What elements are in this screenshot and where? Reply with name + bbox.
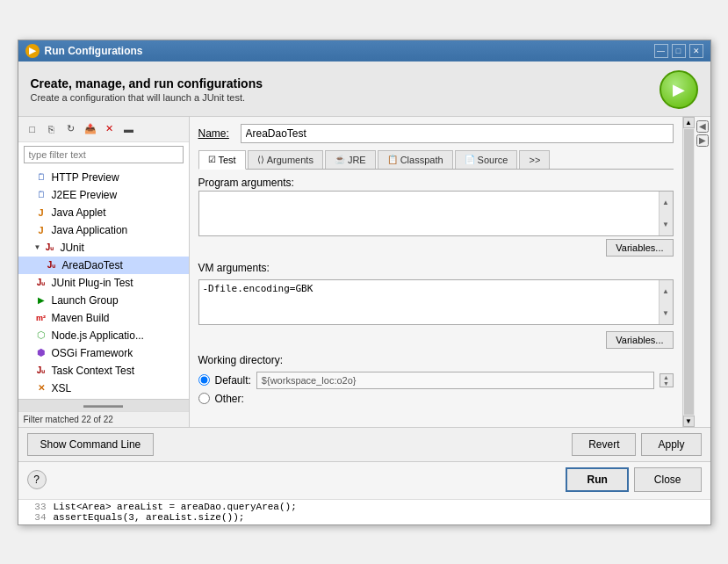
scroll-up-button[interactable]: ▲ (683, 117, 695, 128)
window-title: Run Configurations (45, 45, 143, 57)
jre-tab-icon: ☕ (335, 155, 345, 164)
task-context-icon: Jᵤ (34, 364, 48, 378)
nav-forward-button[interactable]: ▶ (696, 134, 709, 147)
vm-args-variables-button[interactable]: Variables... (606, 331, 673, 349)
sidebar-item-label: Launch Group (52, 294, 119, 307)
right-panel-scrollbar[interactable]: ▲ ▼ (682, 117, 695, 427)
nav-back-button[interactable]: ◀ (696, 120, 709, 133)
sidebar-item-label: JUnit Plug-in Test (52, 277, 133, 289)
vm-args-wrapper: -Dfile.encoding=GBK ▲ ▼ (198, 279, 674, 325)
duplicate-button[interactable]: ⎘ (43, 120, 61, 138)
main-content: □ ⎘ ↻ 📤 ✕ ▬ 🗒 HTTP Preview 🗒 J2EE Previe… (18, 117, 710, 427)
tab-more-label: >> (529, 155, 540, 165)
close-dialog-button[interactable]: Close (634, 467, 702, 492)
sidebar-item-j2ee-preview[interactable]: 🗒 J2EE Preview (18, 186, 189, 204)
areadaotest-icon: Jᵤ (45, 258, 59, 272)
program-args-scroll: ▲ ▼ (659, 192, 673, 235)
tab-classpath[interactable]: 📋 Classpath (378, 150, 453, 169)
program-args-label: Program arguments: (198, 177, 674, 189)
other-radio[interactable] (198, 393, 210, 404)
window-icon: ▶ (25, 44, 40, 58)
expand-icon: ▼ (34, 243, 41, 251)
sidebar-scrollbar[interactable]: ▬▬▬▬▬ (18, 399, 189, 411)
default-radio-label: Default: (215, 374, 251, 387)
junit-icon: Jᵤ (42, 241, 56, 255)
sidebar-item-launch-group[interactable]: ▶ Launch Group (18, 292, 189, 309)
delete-button[interactable]: ✕ (101, 120, 119, 138)
vm-args-input[interactable]: -Dfile.encoding=GBK (199, 280, 659, 324)
sidebar-item-junit-plugin[interactable]: Jᵤ JUnit Plug-in Test (18, 274, 189, 292)
sidebar-item-http-preview[interactable]: 🗒 HTTP Preview (18, 169, 189, 186)
sidebar-item-task-context[interactable]: Jᵤ Task Context Test (18, 362, 189, 380)
filter-input[interactable] (24, 146, 184, 163)
name-label: Name: (198, 127, 234, 140)
refresh-button[interactable]: ↻ (62, 120, 80, 138)
program-args-wrapper: ▲ ▼ (198, 191, 674, 236)
sidebar-item-maven-build[interactable]: m² Maven Build (18, 309, 189, 327)
right-panel: Name: ☑ Test ⟨⟩ Arguments ☕ JRE 📋 (190, 117, 682, 427)
sidebar-item-areadaotest[interactable]: Jᵤ AreaDaoTest (18, 257, 189, 274)
dir-scroll-up[interactable]: ▲ (660, 374, 673, 380)
help-button[interactable]: ? (27, 470, 47, 489)
sidebar-item-java-application[interactable]: J Java Application (18, 221, 189, 239)
dialog-footer: ? Run Close (18, 461, 710, 499)
sidebar-item-label: Java Application (52, 224, 128, 236)
apply-button[interactable]: Apply (641, 433, 701, 456)
working-dir-other-row: Other: (198, 393, 674, 405)
run-dialog-button[interactable]: Run (566, 467, 628, 492)
sidebar-item-java-applet[interactable]: J Java Applet (18, 204, 189, 221)
sidebar-item-junit-parent[interactable]: ▼ Jᵤ JUnit (18, 239, 189, 257)
sidebar-item-label: Node.js Applicatio... (52, 329, 144, 342)
sidebar-item-label: OSGi Framework (52, 347, 133, 359)
sidebar-item-xsl[interactable]: ✕ XSL (18, 380, 189, 397)
program-args-input[interactable] (199, 192, 659, 235)
sidebar-item-osgi[interactable]: ⬢ OSGi Framework (18, 344, 189, 362)
program-args-variables-button[interactable]: Variables... (606, 239, 673, 257)
vm-args-scroll-up[interactable]: ▲ (660, 280, 673, 302)
code-line-34: 34 assertEquals(3, areaList.size()); (27, 512, 702, 523)
default-dir-input[interactable] (256, 372, 654, 389)
sidebar-item-label: HTTP Preview (52, 171, 119, 184)
code-text-34: assertEquals(3, areaList.size()); (54, 512, 245, 523)
tab-test-label: Test (219, 155, 236, 165)
sidebar-toolbar: □ ⎘ ↻ 📤 ✕ ▬ (18, 117, 189, 142)
close-window-button[interactable]: ✕ (689, 44, 703, 58)
sidebar-item-nodejs[interactable]: ⬡ Node.js Applicatio... (18, 327, 189, 344)
line-number-33: 33 (27, 502, 47, 512)
vm-args-section: VM arguments: -Dfile.encoding=GBK ▲ ▼ Va… (198, 262, 674, 349)
default-radio[interactable] (198, 374, 210, 386)
header-subtitle: Create a configuration that will launch … (31, 92, 263, 103)
revert-button[interactable]: Revert (572, 433, 636, 456)
tab-arguments[interactable]: ⟨⟩ Arguments (248, 150, 323, 169)
sidebar-item-label: JUnit (60, 242, 83, 254)
program-args-scroll-up[interactable]: ▲ (660, 192, 673, 213)
code-footer: 33 List<Area> areaList = areaDao.queryAr… (18, 499, 710, 524)
osgi-icon: ⬢ (34, 346, 48, 360)
program-args-scroll-down[interactable]: ▼ (660, 213, 673, 235)
export-button[interactable]: 📤 (82, 120, 99, 138)
nodejs-icon: ⬡ (34, 329, 48, 343)
sidebar-item-label: J2EE Preview (52, 189, 118, 201)
tab-source[interactable]: 📄 Source (455, 150, 518, 169)
minimize-button[interactable]: — (654, 44, 668, 58)
scroll-down-button[interactable]: ▼ (683, 416, 695, 427)
sidebar: □ ⎘ ↻ 📤 ✕ ▬ 🗒 HTTP Preview 🗒 J2EE Previe… (18, 117, 190, 427)
classpath-tab-icon: 📋 (387, 155, 398, 164)
title-bar: ▶ Run Configurations — □ ✕ (18, 40, 710, 61)
collapse-button[interactable]: ▬ (120, 120, 138, 138)
show-command-line-button[interactable]: Show Command Line (27, 433, 155, 456)
tab-test[interactable]: ☑ Test (198, 150, 246, 170)
vm-args-scroll-down[interactable]: ▼ (660, 302, 673, 324)
dir-scroll-down[interactable]: ▼ (660, 380, 673, 387)
launch-group-icon: ▶ (34, 293, 48, 307)
name-input[interactable] (241, 124, 674, 143)
run-button[interactable]: ▶ (660, 70, 698, 109)
tab-more[interactable]: >> (519, 150, 550, 169)
tab-classpath-label: Classpath (400, 155, 443, 165)
sidebar-item-label: Task Context Test (52, 365, 135, 377)
tab-jre[interactable]: ☕ JRE (325, 150, 376, 169)
filter-status-label: Filter matched 22 of 22 (24, 415, 113, 424)
maximize-button[interactable]: □ (672, 44, 686, 58)
tab-arguments-label: Arguments (267, 155, 314, 165)
new-config-button[interactable]: □ (24, 120, 41, 138)
